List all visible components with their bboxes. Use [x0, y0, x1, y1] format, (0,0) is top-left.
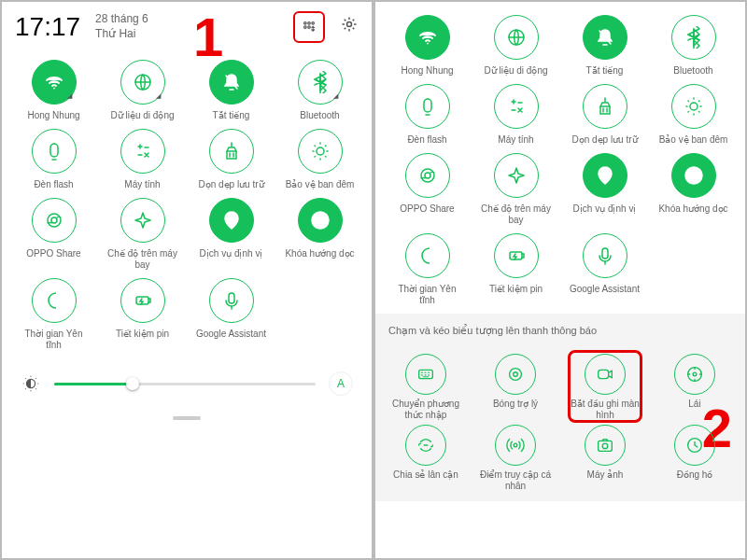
- qs-tile[interactable]: Khóa hướng dọc: [277, 198, 362, 271]
- tile-label: Máy tính: [124, 179, 160, 190]
- bell-icon: [583, 15, 627, 60]
- clock-time: 17:17: [15, 12, 80, 42]
- tile-label: Tắt tiếng: [586, 65, 624, 77]
- qs-tile[interactable]: Dịch vụ định vị: [562, 153, 647, 226]
- highlight-box: [568, 350, 642, 423]
- tile-label: OPPO Share: [26, 248, 80, 259]
- qs-tile[interactable]: Bảo vệ ban đêm: [651, 84, 736, 146]
- auto-brightness-toggle[interactable]: A: [329, 371, 353, 396]
- drag-hint-section: Chạm và kéo biểu tượng lên thanh thông b…: [375, 314, 745, 344]
- qs-tile[interactable]: Điểm truy cập cá nhân: [472, 425, 558, 492]
- date-block: 28 tháng 6 Thứ Hai: [95, 12, 148, 41]
- qs-tile[interactable]: OPPO Share: [385, 153, 470, 226]
- tile-label: Điểm truy cập cá nhân: [478, 469, 553, 492]
- tile-label: Bluetooth: [300, 110, 339, 121]
- tile-label: Bảo vệ ban đêm: [659, 134, 728, 146]
- tile-label: Hong Nhung: [401, 65, 453, 77]
- tile-label: Dọn dẹp lưu trữ: [571, 134, 637, 146]
- qs-tile[interactable]: Tắt tiếng: [562, 15, 647, 77]
- globe-icon: [494, 15, 539, 60]
- flash-icon: [405, 84, 450, 129]
- qs-tile[interactable]: Bảo vệ ban đêm: [277, 129, 362, 190]
- settings-button[interactable]: [340, 15, 359, 39]
- qs-tile[interactable]: Hong Nhung: [385, 15, 470, 77]
- qs-tile[interactable]: Máy tính: [473, 84, 558, 146]
- qs-tile[interactable]: Tắt tiếng: [189, 60, 274, 121]
- tile-label: Dịch vụ định vị: [573, 203, 637, 215]
- bt-icon: ◢: [298, 60, 343, 105]
- qs-tile[interactable]: ◢Hong Nhung: [11, 60, 96, 121]
- tile-label: Dữ liệu di động: [484, 65, 547, 77]
- tile-label: Hong Nhung: [27, 110, 79, 121]
- bat-icon: [494, 233, 539, 278]
- globe-icon: ◢: [120, 60, 165, 105]
- qs-tile[interactable]: Chia sẻ lân cận: [383, 425, 469, 492]
- qs-tile[interactable]: Lái: [652, 354, 738, 421]
- qs-tile[interactable]: Dọn dẹp lưu trữ: [189, 129, 274, 190]
- tile-label: Thời gian Yên tĩnh: [390, 284, 465, 306]
- mic-icon: [583, 233, 627, 278]
- slider-track[interactable]: [54, 383, 316, 385]
- qs-tile[interactable]: Google Assistant: [562, 233, 647, 306]
- tile-label: Google Assistant: [196, 329, 266, 340]
- bell-icon: [209, 60, 254, 105]
- lock-icon: [671, 153, 716, 198]
- available-tiles-grid: Chuyển phương thức nhậpBóng trợ lýBắt đầ…: [375, 344, 745, 501]
- mic-icon: [209, 278, 254, 323]
- qs-tile[interactable]: ◢Dữ liệu di động: [100, 60, 185, 121]
- qs-tile[interactable]: Khóa hướng dọc: [651, 153, 736, 226]
- qs-tile[interactable]: OPPO Share: [11, 198, 96, 271]
- car-icon: [674, 354, 715, 395]
- qs-tile[interactable]: Tiết kiệm pin: [100, 278, 185, 351]
- qs-tile[interactable]: Bluetooth: [651, 15, 736, 77]
- tile-label: OPPO Share: [400, 203, 454, 215]
- qs-tile[interactable]: Google Assistant: [189, 278, 274, 351]
- loc-icon: [209, 198, 254, 243]
- tile-label: Chuyển phương thức nhập: [388, 399, 463, 421]
- qs-tile[interactable]: Đồng hồ: [652, 425, 738, 492]
- tile-label: Máy tính: [498, 134, 533, 146]
- clk-icon: [674, 425, 715, 466]
- near-icon: [405, 425, 446, 466]
- panel-left: 1 17:17 28 tháng 6 Thứ Hai ◢Hong Nhung◢D…: [2, 2, 372, 558]
- share-icon: [32, 198, 77, 243]
- qs-tile[interactable]: Chế độ trên máy bay: [100, 198, 185, 271]
- qs-tile[interactable]: Đèn flash: [11, 129, 96, 190]
- wifi-icon: [405, 15, 450, 60]
- tile-label: Chia sẻ lân cận: [393, 469, 458, 481]
- qs-tile[interactable]: Bắt đầu ghi màn hình: [562, 354, 648, 421]
- clean-icon: [209, 129, 254, 174]
- qs-tile[interactable]: Thời gian Yên tĩnh: [385, 233, 470, 306]
- qs-tile[interactable]: Chế độ trên máy bay: [473, 153, 558, 226]
- tile-label: Máy ảnh: [587, 469, 624, 481]
- qs-tile[interactable]: Thời gian Yên tĩnh: [11, 278, 96, 351]
- qs-tile[interactable]: Chuyển phương thức nhập: [383, 354, 469, 421]
- edit-tiles-button[interactable]: [293, 11, 325, 43]
- brightness-slider[interactable]: A: [2, 358, 372, 409]
- qs-tile[interactable]: Tiết kiệm pin: [473, 233, 558, 306]
- tile-label: Dịch vụ định vị: [200, 248, 263, 259]
- wifi-icon: ◢: [32, 60, 77, 105]
- loc-icon: [583, 153, 627, 198]
- qs-tile[interactable]: Dịch vụ định vị: [189, 198, 274, 271]
- qs-tile[interactable]: Bóng trợ lý: [472, 354, 558, 421]
- tile-label: Đèn flash: [407, 134, 446, 146]
- drag-handle[interactable]: [173, 416, 201, 420]
- plane-icon: [120, 198, 165, 243]
- qs-tile[interactable]: Đèn flash: [385, 84, 470, 146]
- tile-label: Tắt tiếng: [213, 110, 250, 121]
- tile-label: Tiết kiệm pin: [116, 329, 169, 340]
- tile-label: Tiết kiệm pin: [489, 284, 543, 295]
- drag-hint-text: Chạm và kéo biểu tượng lên thanh thông b…: [388, 325, 732, 337]
- flash-icon: [32, 129, 77, 174]
- moon-icon: [32, 278, 77, 323]
- qs-tile[interactable]: Dữ liệu di động: [473, 15, 558, 77]
- qs-tile[interactable]: Máy ảnh: [562, 425, 648, 492]
- marker-1: 1: [193, 6, 223, 68]
- qs-tile[interactable]: ◢Bluetooth: [277, 60, 362, 121]
- qs-tile[interactable]: Dọn dẹp lưu trữ: [562, 84, 647, 146]
- tile-label: Khóa hướng dọc: [285, 248, 354, 259]
- qs-tile[interactable]: Máy tính: [100, 129, 185, 190]
- tile-label: Dọn dẹp lưu trữ: [198, 179, 263, 190]
- tile-label: Chế độ trên máy bay: [479, 203, 554, 226]
